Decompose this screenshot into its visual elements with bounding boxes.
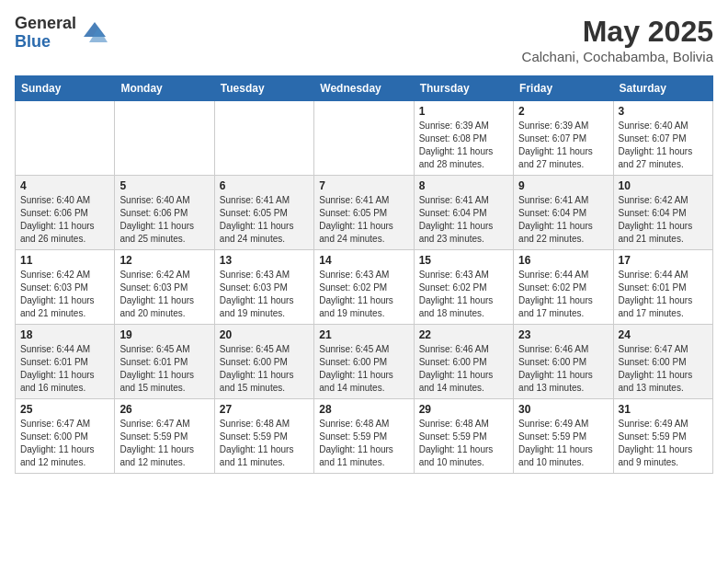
- calendar-cell: 25Sunrise: 6:47 AM Sunset: 6:00 PM Dayli…: [16, 399, 115, 474]
- calendar-cell: [214, 101, 313, 176]
- cell-day-number: 28: [319, 403, 408, 416]
- cell-info: Sunrise: 6:47 AM Sunset: 6:00 PM Dayligh…: [20, 418, 109, 469]
- cell-info: Sunrise: 6:44 AM Sunset: 6:01 PM Dayligh…: [20, 343, 109, 395]
- page-header: General Blue May 2025 Calchani, Cochabam…: [15, 15, 713, 64]
- cell-day-number: 19: [119, 328, 209, 341]
- cell-info: Sunrise: 6:41 AM Sunset: 6:04 PM Dayligh…: [518, 194, 608, 246]
- calendar-cell: 11Sunrise: 6:42 AM Sunset: 6:03 PM Dayli…: [16, 250, 115, 325]
- cell-day-number: 3: [619, 105, 708, 118]
- calendar-cell: 29Sunrise: 6:48 AM Sunset: 5:59 PM Dayli…: [414, 399, 513, 474]
- cell-info: Sunrise: 6:45 AM Sunset: 6:01 PM Dayligh…: [119, 343, 209, 395]
- cell-info: Sunrise: 6:48 AM Sunset: 5:59 PM Dayligh…: [319, 418, 408, 469]
- calendar-cell: 9Sunrise: 6:41 AM Sunset: 6:04 PM Daylig…: [514, 176, 613, 250]
- month-title: May 2025: [522, 15, 713, 49]
- cell-day-number: 20: [220, 328, 309, 341]
- calendar-cell: 14Sunrise: 6:43 AM Sunset: 6:02 PM Dayli…: [314, 250, 414, 325]
- calendar-cell: 27Sunrise: 6:48 AM Sunset: 5:59 PM Dayli…: [214, 399, 313, 474]
- calendar-cell: 17Sunrise: 6:44 AM Sunset: 6:01 PM Dayli…: [613, 250, 712, 325]
- cell-day-number: 26: [119, 403, 209, 416]
- cell-day-number: 12: [119, 254, 209, 267]
- cell-info: Sunrise: 6:39 AM Sunset: 6:08 PM Dayligh…: [419, 120, 508, 171]
- calendar-cell: [115, 101, 214, 176]
- calendar-table: SundayMondayTuesdayWednesdayThursdayFrid…: [15, 75, 713, 474]
- calendar-cell: 26Sunrise: 6:47 AM Sunset: 5:59 PM Dayli…: [115, 399, 214, 474]
- cell-day-number: 24: [619, 328, 708, 341]
- calendar-cell: 13Sunrise: 6:43 AM Sunset: 6:03 PM Dayli…: [214, 250, 313, 325]
- calendar-cell: 19Sunrise: 6:45 AM Sunset: 6:01 PM Dayli…: [115, 325, 214, 399]
- cell-info: Sunrise: 6:45 AM Sunset: 6:00 PM Dayligh…: [319, 343, 408, 395]
- cell-day-number: 9: [518, 179, 608, 192]
- cell-day-number: 23: [518, 328, 608, 341]
- cell-info: Sunrise: 6:46 AM Sunset: 6:00 PM Dayligh…: [419, 343, 508, 395]
- calendar-cell: [16, 101, 115, 176]
- cell-day-number: 7: [319, 179, 408, 192]
- cell-info: Sunrise: 6:40 AM Sunset: 6:07 PM Dayligh…: [619, 120, 708, 171]
- cell-day-number: 15: [419, 254, 508, 267]
- calendar-cell: [314, 101, 414, 176]
- cell-day-number: 11: [20, 254, 109, 267]
- calendar-cell: 31Sunrise: 6:49 AM Sunset: 5:59 PM Dayli…: [613, 399, 712, 474]
- title-block: May 2025 Calchani, Cochabamba, Bolivia: [522, 15, 713, 64]
- cell-day-number: 21: [319, 328, 408, 341]
- calendar-week-row: 4Sunrise: 6:40 AM Sunset: 6:06 PM Daylig…: [16, 176, 713, 250]
- cell-info: Sunrise: 6:42 AM Sunset: 6:04 PM Dayligh…: [619, 194, 708, 246]
- cell-info: Sunrise: 6:44 AM Sunset: 6:02 PM Dayligh…: [518, 269, 608, 320]
- cell-info: Sunrise: 6:41 AM Sunset: 6:05 PM Dayligh…: [220, 194, 309, 246]
- calendar-week-row: 1Sunrise: 6:39 AM Sunset: 6:08 PM Daylig…: [16, 101, 713, 176]
- calendar-cell: 30Sunrise: 6:49 AM Sunset: 5:59 PM Dayli…: [514, 399, 613, 474]
- logo-icon: [80, 18, 109, 48]
- day-of-week-header: Tuesday: [214, 76, 313, 101]
- cell-day-number: 31: [619, 403, 708, 416]
- logo-blue: Blue: [15, 33, 76, 52]
- cell-info: Sunrise: 6:43 AM Sunset: 6:03 PM Dayligh…: [220, 269, 309, 320]
- cell-day-number: 27: [220, 403, 309, 416]
- calendar-cell: 18Sunrise: 6:44 AM Sunset: 6:01 PM Dayli…: [16, 325, 115, 399]
- cell-day-number: 16: [518, 254, 608, 267]
- calendar-cell: 8Sunrise: 6:41 AM Sunset: 6:04 PM Daylig…: [414, 176, 513, 250]
- cell-info: Sunrise: 6:42 AM Sunset: 6:03 PM Dayligh…: [119, 269, 209, 320]
- cell-info: Sunrise: 6:41 AM Sunset: 6:05 PM Dayligh…: [319, 194, 408, 246]
- cell-day-number: 1: [419, 105, 508, 118]
- cell-day-number: 18: [20, 328, 109, 341]
- cell-info: Sunrise: 6:40 AM Sunset: 6:06 PM Dayligh…: [20, 194, 109, 246]
- cell-info: Sunrise: 6:40 AM Sunset: 6:06 PM Dayligh…: [119, 194, 209, 246]
- day-of-week-header: Monday: [115, 76, 214, 101]
- cell-info: Sunrise: 6:43 AM Sunset: 6:02 PM Dayligh…: [319, 269, 408, 320]
- cell-day-number: 13: [220, 254, 309, 267]
- cell-info: Sunrise: 6:47 AM Sunset: 5:59 PM Dayligh…: [119, 418, 209, 469]
- cell-info: Sunrise: 6:41 AM Sunset: 6:04 PM Dayligh…: [419, 194, 508, 246]
- day-of-week-header: Saturday: [613, 76, 712, 101]
- calendar-week-row: 25Sunrise: 6:47 AM Sunset: 6:00 PM Dayli…: [16, 399, 713, 474]
- cell-day-number: 10: [619, 179, 708, 192]
- cell-day-number: 4: [20, 179, 109, 192]
- calendar-cell: 7Sunrise: 6:41 AM Sunset: 6:05 PM Daylig…: [314, 176, 414, 250]
- calendar-cell: 16Sunrise: 6:44 AM Sunset: 6:02 PM Dayli…: [514, 250, 613, 325]
- cell-info: Sunrise: 6:47 AM Sunset: 6:00 PM Dayligh…: [619, 343, 708, 395]
- cell-info: Sunrise: 6:46 AM Sunset: 6:00 PM Dayligh…: [518, 343, 608, 395]
- day-of-week-header: Wednesday: [314, 76, 414, 101]
- cell-day-number: 14: [319, 254, 408, 267]
- cell-day-number: 22: [419, 328, 508, 341]
- cell-day-number: 25: [20, 403, 109, 416]
- cell-info: Sunrise: 6:45 AM Sunset: 6:00 PM Dayligh…: [220, 343, 309, 395]
- cell-day-number: 8: [419, 179, 508, 192]
- day-of-week-header: Friday: [514, 76, 613, 101]
- cell-info: Sunrise: 6:39 AM Sunset: 6:07 PM Dayligh…: [518, 120, 608, 171]
- calendar-cell: 10Sunrise: 6:42 AM Sunset: 6:04 PM Dayli…: [613, 176, 712, 250]
- calendar-cell: 20Sunrise: 6:45 AM Sunset: 6:00 PM Dayli…: [214, 325, 313, 399]
- cell-info: Sunrise: 6:43 AM Sunset: 6:02 PM Dayligh…: [419, 269, 508, 320]
- cell-info: Sunrise: 6:48 AM Sunset: 5:59 PM Dayligh…: [220, 418, 309, 469]
- cell-info: Sunrise: 6:49 AM Sunset: 5:59 PM Dayligh…: [619, 418, 708, 469]
- calendar-cell: 3Sunrise: 6:40 AM Sunset: 6:07 PM Daylig…: [613, 101, 712, 176]
- cell-info: Sunrise: 6:49 AM Sunset: 5:59 PM Dayligh…: [518, 418, 608, 469]
- cell-info: Sunrise: 6:42 AM Sunset: 6:03 PM Dayligh…: [20, 269, 109, 320]
- calendar-header-row: SundayMondayTuesdayWednesdayThursdayFrid…: [16, 76, 713, 101]
- calendar-cell: 28Sunrise: 6:48 AM Sunset: 5:59 PM Dayli…: [314, 399, 414, 474]
- cell-day-number: 29: [419, 403, 508, 416]
- calendar-week-row: 18Sunrise: 6:44 AM Sunset: 6:01 PM Dayli…: [16, 325, 713, 399]
- location-subtitle: Calchani, Cochabamba, Bolivia: [522, 49, 713, 64]
- calendar-cell: 6Sunrise: 6:41 AM Sunset: 6:05 PM Daylig…: [214, 176, 313, 250]
- calendar-cell: 21Sunrise: 6:45 AM Sunset: 6:00 PM Dayli…: [314, 325, 414, 399]
- cell-day-number: 17: [619, 254, 708, 267]
- calendar-cell: 5Sunrise: 6:40 AM Sunset: 6:06 PM Daylig…: [115, 176, 214, 250]
